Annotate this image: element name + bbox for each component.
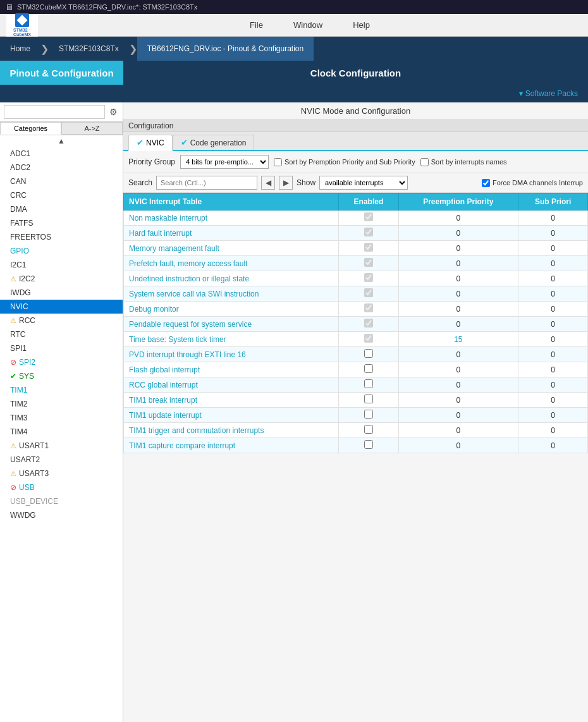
enabled-cell bbox=[339, 377, 398, 393]
table-row: PVD interrupt through EXTI line 1600 bbox=[124, 347, 588, 362]
sidebar-search-controls: ⚙ bbox=[0, 102, 123, 122]
sidebar-item-rtc[interactable]: RTC bbox=[0, 327, 123, 341]
enabled-checkbox[interactable] bbox=[364, 379, 373, 388]
content-area: NVIC Mode and Configuration Configuratio… bbox=[123, 102, 588, 722]
panel-header: Pinout & Configuration Clock Configurati… bbox=[0, 61, 588, 85]
sidebar-item-iwdg[interactable]: IWDG bbox=[0, 286, 123, 300]
sort-names-checkbox[interactable] bbox=[420, 158, 429, 166]
sidebar-item-usart1[interactable]: ⚠USART1 bbox=[0, 439, 123, 453]
table-row: Prefetch fault, memory access fault00 bbox=[124, 256, 588, 271]
enabled-checkbox[interactable] bbox=[364, 410, 373, 419]
sidebar-item-label: FREERTOS bbox=[10, 233, 51, 242]
sidebar-item-tim1[interactable]: TIM1 bbox=[0, 383, 123, 397]
software-packs-bar[interactable]: ▾ Software Packs bbox=[0, 85, 588, 102]
tab-az[interactable]: A->Z bbox=[61, 122, 123, 135]
enabled-checkbox bbox=[364, 212, 373, 221]
sidebar-expand-btn[interactable]: ▲ bbox=[0, 135, 123, 147]
sidebar-item-label: CRC bbox=[10, 191, 27, 200]
tab-label: NVIC bbox=[146, 138, 164, 147]
enabled-cell bbox=[339, 347, 398, 362]
sidebar-item-rcc[interactable]: ⚠RCC bbox=[0, 314, 123, 327]
breadcrumb-chip[interactable]: STM32F103C8Tx bbox=[49, 37, 129, 61]
enabled-checkbox[interactable] bbox=[364, 364, 373, 373]
sidebar-item-dma[interactable]: DMA bbox=[0, 202, 123, 216]
col-interrupt-name: NVIC Interrupt Table bbox=[124, 193, 339, 211]
enabled-checkbox[interactable] bbox=[364, 349, 373, 358]
search-prev-btn[interactable]: ◀ bbox=[261, 176, 275, 190]
sort-premption-checkbox[interactable] bbox=[274, 158, 282, 166]
show-select[interactable]: available interrupts all interrupts bbox=[319, 176, 408, 190]
nvic-table: NVIC Interrupt Table Enabled Preemption … bbox=[123, 193, 588, 453]
titlebar: 🖥 STM32CubeMX TB6612FNG_DRV.ioc*: STM32F… bbox=[0, 0, 588, 14]
preemption-cell: 0 bbox=[398, 241, 518, 256]
pinout-config-header[interactable]: Pinout & Configuration bbox=[0, 61, 123, 85]
no-icon: ⊘ bbox=[10, 358, 16, 367]
search-next-btn[interactable]: ▶ bbox=[279, 176, 293, 190]
sidebar-item-label: CAN bbox=[10, 177, 26, 186]
interrupt-name-cell: Hard fault interrupt bbox=[124, 226, 339, 241]
interrupt-name-cell: Non maskable interrupt bbox=[124, 211, 339, 226]
breadcrumb-project[interactable]: TB6612FNG_DRV.ioc - Pinout & Configurati… bbox=[137, 37, 314, 61]
sidebar-item-tim2[interactable]: TIM2 bbox=[0, 397, 123, 411]
enabled-checkbox[interactable] bbox=[364, 440, 373, 449]
enabled-cell bbox=[339, 317, 398, 332]
menu-window[interactable]: Window bbox=[291, 19, 325, 31]
interrupt-name-cell: TIM1 capture compare interrupt bbox=[124, 438, 339, 453]
breadcrumb-home[interactable]: Home bbox=[0, 37, 40, 61]
sidebar-item-tim3[interactable]: TIM3 bbox=[0, 411, 123, 425]
preemption-cell: 0 bbox=[398, 211, 518, 226]
tab-code-generation[interactable]: ✔Code generation bbox=[173, 135, 255, 150]
menu-items: File Window Help bbox=[38, 19, 582, 31]
menu-help[interactable]: Help bbox=[350, 19, 372, 31]
sidebar-item-nvic[interactable]: NVIC bbox=[0, 300, 123, 314]
sidebar-item-i2c2[interactable]: ⚠I2C2 bbox=[0, 272, 123, 286]
sidebar-item-usb_device[interactable]: USB_DEVICE bbox=[0, 494, 123, 508]
sidebar-item-usb[interactable]: ⊘USB bbox=[0, 480, 123, 494]
sidebar-item-spi1[interactable]: SPI1 bbox=[0, 341, 123, 355]
sidebar-item-spi2[interactable]: ⊘SPI2 bbox=[0, 355, 123, 369]
search-input[interactable] bbox=[156, 176, 257, 190]
sidebar-search-input[interactable] bbox=[4, 105, 105, 119]
sidebar-item-gpio[interactable]: GPIO bbox=[0, 244, 123, 258]
table-row: System service call via SWI instruction0… bbox=[124, 286, 588, 302]
interrupt-name-cell: Prefetch fault, memory access fault bbox=[124, 256, 339, 271]
sort-names-label[interactable]: Sort by interrupts names bbox=[420, 158, 507, 166]
table-row: TIM1 update interrupt00 bbox=[124, 408, 588, 423]
force-dma-checkbox[interactable] bbox=[482, 179, 490, 187]
sub-priority-cell: 0 bbox=[518, 211, 588, 226]
priority-group-select[interactable]: 4 bits for pre-emptio... bbox=[180, 155, 269, 169]
enabled-checkbox[interactable] bbox=[364, 395, 373, 403]
sidebar-item-usart2[interactable]: USART2 bbox=[0, 453, 123, 467]
sidebar-item-sys[interactable]: ✔SYS bbox=[0, 369, 123, 383]
force-dma-label[interactable]: Force DMA channels Interrup bbox=[482, 179, 583, 187]
sidebar-item-adc1[interactable]: ADC1 bbox=[0, 147, 123, 161]
sidebar-item-fatfs[interactable]: FATFS bbox=[0, 216, 123, 230]
sidebar-item-usart3[interactable]: ⚠USART3 bbox=[0, 467, 123, 480]
enabled-cell bbox=[339, 423, 398, 438]
force-dma-text: Force DMA channels Interrup bbox=[493, 179, 583, 187]
preemption-cell: 0 bbox=[398, 302, 518, 317]
interrupt-name-cell: Debug monitor bbox=[124, 302, 339, 317]
sidebar-item-can[interactable]: CAN bbox=[0, 174, 123, 188]
tab-categories[interactable]: Categories bbox=[0, 122, 61, 135]
sidebar-item-wwdg[interactable]: WWDG bbox=[0, 508, 123, 522]
sidebar-item-freertos[interactable]: FREERTOS bbox=[0, 230, 123, 244]
enabled-checkbox bbox=[364, 319, 373, 327]
gear-icon[interactable]: ⚙ bbox=[107, 106, 119, 118]
enabled-cell bbox=[339, 256, 398, 271]
preemption-cell: 0 bbox=[398, 347, 518, 362]
sidebar-item-crc[interactable]: CRC bbox=[0, 188, 123, 202]
sort-names-text: Sort by interrupts names bbox=[431, 158, 507, 166]
sort-premption-label[interactable]: Sort by Premption Priority and Sub Prior… bbox=[274, 158, 415, 166]
menu-file[interactable]: File bbox=[247, 19, 266, 31]
clock-config-header[interactable]: Clock Configuration bbox=[123, 61, 588, 85]
col-sub: Sub Priori bbox=[518, 193, 588, 211]
sub-priority-cell: 0 bbox=[518, 423, 588, 438]
menubar: STM32CubeMX File Window Help bbox=[0, 14, 588, 37]
sidebar-item-i2c1[interactable]: I2C1 bbox=[0, 258, 123, 272]
enabled-checkbox[interactable] bbox=[364, 425, 373, 434]
sidebar-item-adc2[interactable]: ADC2 bbox=[0, 161, 123, 174]
sidebar-item-tim4[interactable]: TIM4 bbox=[0, 425, 123, 439]
tab-nvic[interactable]: ✔NVIC bbox=[128, 135, 173, 151]
enabled-cell bbox=[339, 393, 398, 408]
